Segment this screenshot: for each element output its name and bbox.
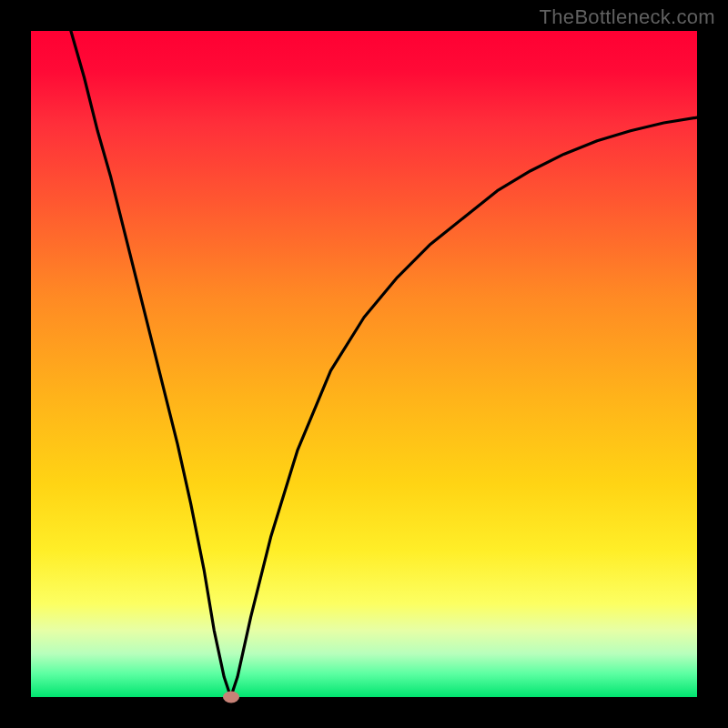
curve-layer [31,31,697,697]
chart-canvas: TheBottleneck.com [0,0,728,728]
minimum-marker [223,692,239,703]
bottleneck-curve [71,31,697,697]
watermark-label: TheBottleneck.com [540,5,715,29]
plot-area [31,31,697,697]
